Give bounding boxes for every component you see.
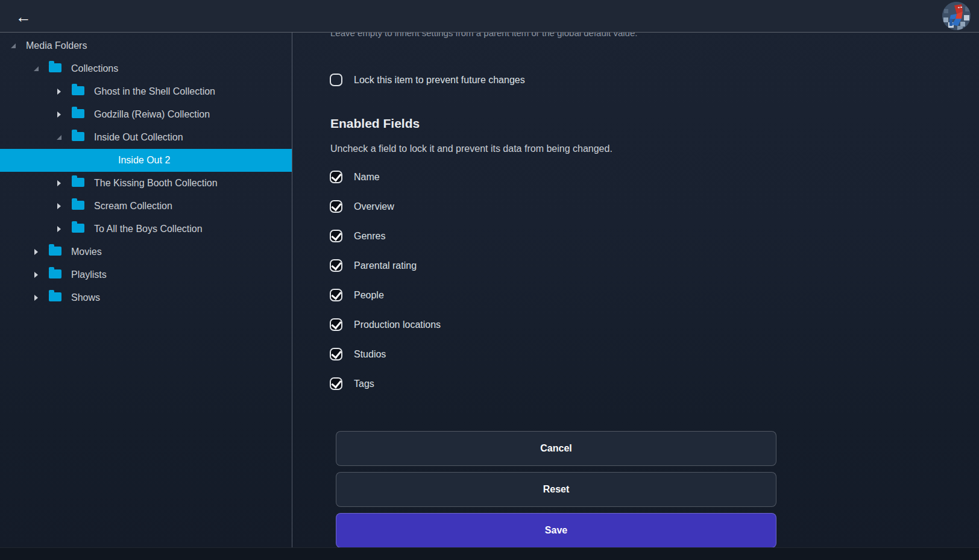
action-buttons: Cancel Reset Save (336, 431, 776, 554)
folder-icon (72, 224, 84, 233)
tree-item-inside-out-2[interactable]: Inside Out 2 (0, 149, 292, 172)
tree-caret-icon[interactable] (56, 112, 62, 118)
production-locations-field-row[interactable]: Production locations (330, 318, 441, 331)
lock-item-label: Lock this item to prevent future changes (354, 75, 525, 86)
tree-item-inside-out-collection[interactable]: Inside Out Collection (0, 126, 292, 149)
cancel-button[interactable]: Cancel (336, 431, 776, 466)
overview-field-row[interactable]: Overview (330, 200, 441, 213)
genres-field-row[interactable]: Genres (330, 230, 441, 242)
back-arrow-icon: ← (16, 9, 31, 25)
tree-caret-icon[interactable] (33, 295, 39, 301)
tags-field-row[interactable]: Tags (330, 377, 441, 390)
tree-caret-icon[interactable] (56, 89, 62, 95)
studios-field-checkbox[interactable] (330, 348, 342, 360)
tree-item-label: Shows (71, 292, 100, 303)
field-label: Name (354, 172, 380, 183)
enabled-fields-title: Enabled Fields (330, 116, 420, 131)
tree-item-label: Playlists (71, 269, 107, 280)
folder-tree: Media Folders Collections Ghost in the S… (0, 33, 292, 547)
field-label: People (354, 290, 384, 301)
tree-item-the-kissing-booth-collection[interactable]: The Kissing Booth Collection (0, 172, 292, 195)
tree-item-label: Scream Collection (94, 201, 172, 212)
field-label: Parental rating (354, 260, 417, 271)
tree-item-label: Media Folders (26, 40, 87, 51)
lock-item-row[interactable]: Lock this item to prevent future changes (330, 74, 525, 86)
people-field-row[interactable]: People (330, 289, 441, 301)
tree-caret-icon[interactable] (56, 135, 62, 140)
tree-item-movies[interactable]: Movies (0, 241, 292, 263)
folder-icon (49, 292, 61, 301)
tree-caret-icon[interactable] (33, 249, 39, 255)
parental-rating-field-checkbox[interactable] (330, 259, 342, 272)
tree-caret-icon[interactable] (56, 180, 62, 186)
top-bar: ← (0, 0, 979, 33)
reset-button[interactable]: Reset (336, 472, 776, 507)
tree-caret-icon[interactable] (56, 203, 62, 209)
genres-field-checkbox[interactable] (330, 230, 342, 242)
tags-field-checkbox[interactable] (330, 377, 342, 390)
tree-item-label: Ghost in the Shell Collection (94, 86, 215, 97)
user-avatar[interactable] (942, 2, 971, 30)
tree-item-godzilla-reiwa-collection[interactable]: Godzilla (Reiwa) Collection (0, 103, 292, 126)
tree-caret-icon[interactable] (33, 66, 39, 71)
folder-icon (72, 178, 84, 187)
tree-item-label: The Kissing Booth Collection (94, 178, 218, 189)
editor-pane: Leave empty to inherit settings from a p… (292, 33, 979, 547)
tree-item-label: Movies (71, 247, 102, 257)
folder-icon (72, 201, 84, 210)
tree-item-label: Inside Out Collection (94, 132, 183, 143)
folder-icon (72, 86, 84, 95)
lock-item-checkbox[interactable] (330, 74, 342, 86)
enabled-fields-description: Uncheck a field to lock it and prevent i… (330, 143, 612, 154)
tree-item-label: To All the Boys Collection (94, 224, 203, 234)
name-field-checkbox[interactable] (330, 171, 342, 183)
overview-field-checkbox[interactable] (330, 200, 342, 213)
tree-caret-icon[interactable] (33, 272, 39, 278)
back-button[interactable]: ← (13, 7, 34, 27)
avatar-image (942, 2, 971, 30)
field-label: Studios (354, 349, 386, 360)
name-field-row[interactable]: Name (330, 171, 441, 183)
tree-item-scream-collection[interactable]: Scream Collection (0, 195, 292, 218)
tree-item-label: Godzilla (Reiwa) Collection (94, 109, 210, 120)
tree-item-shows[interactable]: Shows (0, 286, 292, 309)
tree-caret-icon[interactable] (56, 226, 62, 232)
production-locations-field-checkbox[interactable] (330, 318, 342, 331)
field-label: Production locations (354, 319, 441, 330)
metadata-editor-page: ← (0, 0, 979, 560)
tree-caret-icon[interactable] (10, 43, 16, 48)
folder-icon (72, 132, 84, 141)
folder-icon (72, 109, 84, 118)
field-label: Genres (354, 231, 385, 242)
folder-icon (49, 247, 61, 256)
tree-item-to-all-the-boys-collection[interactable]: To All the Boys Collection (0, 218, 292, 241)
folder-icon (49, 63, 61, 72)
tree-item-label: Inside Out 2 (118, 155, 170, 166)
tree-item-media-folders[interactable]: Media Folders (0, 34, 292, 57)
tree-item-ghost-in-the-shell-collection[interactable]: Ghost in the Shell Collection (0, 80, 292, 103)
folder-icon (49, 269, 61, 278)
parental-rating-field-row[interactable]: Parental rating (330, 259, 441, 272)
studios-field-row[interactable]: Studios (330, 348, 441, 360)
field-label: Tags (354, 379, 374, 389)
save-button[interactable]: Save (336, 513, 776, 548)
content-area: Media Folders Collections Ghost in the S… (0, 33, 979, 547)
tree-item-collections[interactable]: Collections (0, 57, 292, 80)
page-bottom-edge (0, 547, 979, 560)
field-label: Overview (354, 201, 394, 212)
enabled-fields-list: Name Overview Genres Parental rating Peo… (330, 171, 441, 407)
tree-item-playlists[interactable]: Playlists (0, 263, 292, 286)
people-field-checkbox[interactable] (330, 289, 342, 301)
tree-item-label: Collections (71, 63, 118, 74)
